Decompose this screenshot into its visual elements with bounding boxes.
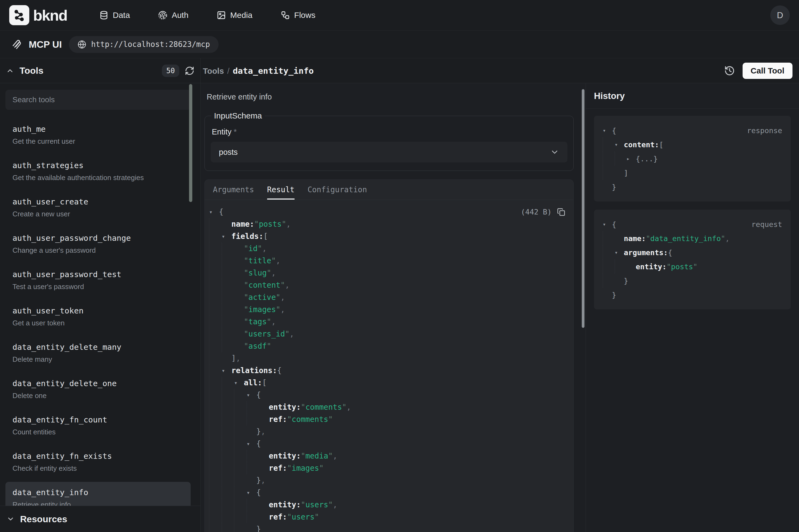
expand-toggle-icon[interactable]: ▾ bbox=[234, 380, 244, 386]
indent-guide bbox=[222, 389, 234, 401]
json-line: "asdf" bbox=[209, 340, 565, 352]
json-key: entity: bbox=[269, 452, 301, 460]
tool-item-data_entity_fn_count[interactable]: data_entity_fn_countCount entities bbox=[5, 409, 191, 442]
refresh-icon[interactable] bbox=[185, 66, 194, 76]
tool-item-auth_strategies[interactable]: auth_strategiesGet the available authent… bbox=[5, 155, 191, 188]
user-avatar[interactable]: D bbox=[770, 5, 790, 25]
indent-guide bbox=[222, 474, 234, 487]
tool-name: auth_user_password_test bbox=[13, 270, 184, 279]
brand-name: bknd bbox=[33, 6, 67, 24]
json-punctuation: , bbox=[333, 452, 337, 460]
indent-guide bbox=[234, 462, 247, 474]
expand-toggle-icon[interactable]: ▾ bbox=[222, 367, 231, 374]
input-schema-fieldset: InputSchema Entity * posts bbox=[205, 111, 574, 171]
tool-name: auth_user_password_change bbox=[13, 233, 184, 243]
indent-guide bbox=[614, 152, 627, 166]
tool-item-data_entity_fn_exists[interactable]: data_entity_fn_existsCheck if entity exi… bbox=[5, 445, 191, 479]
indent-guide bbox=[234, 474, 247, 487]
json-line: name: "posts", bbox=[209, 218, 565, 230]
json-string-value: users_id bbox=[248, 329, 285, 338]
indent-guide bbox=[222, 328, 234, 340]
indent-guide bbox=[234, 389, 247, 401]
indent-guide bbox=[209, 328, 222, 340]
indent-guide bbox=[247, 413, 259, 425]
indent-guide bbox=[222, 242, 234, 254]
json-key: name: bbox=[624, 234, 646, 243]
expand-toggle-icon[interactable]: ▾ bbox=[247, 441, 256, 447]
tool-item-auth_user_password_change[interactable]: auth_user_password_changeChange a user's… bbox=[5, 228, 191, 261]
indent-guide bbox=[209, 242, 222, 254]
tab-configuration[interactable]: Configuration bbox=[308, 180, 367, 200]
expand-toggle-icon[interactable]: ▾ bbox=[603, 127, 612, 134]
json-string-value: comments bbox=[305, 403, 342, 412]
nav-item-data[interactable]: Data bbox=[99, 11, 130, 20]
breadcrumb-current: data_entity_info bbox=[233, 66, 314, 76]
expand-toggle-icon[interactable]: ▸ bbox=[627, 155, 636, 162]
entity-select[interactable]: posts bbox=[211, 142, 567, 163]
indent-guide bbox=[234, 499, 247, 511]
expand-toggle-icon[interactable]: ▾ bbox=[247, 490, 256, 496]
indent-guide bbox=[234, 450, 247, 462]
indent-guide bbox=[603, 273, 614, 288]
json-punctuation: [ bbox=[262, 378, 267, 387]
entity-select-value: posts bbox=[219, 148, 237, 157]
json-line: } bbox=[603, 180, 782, 194]
history-card-response[interactable]: ▾{response▾content: [▸{...}]} bbox=[594, 116, 791, 202]
nav-item-auth[interactable]: Auth bbox=[158, 11, 189, 20]
indent-guide bbox=[222, 425, 234, 438]
main-scrollbar-thumb[interactable] bbox=[582, 89, 585, 328]
tool-item-data_entity_delete_one[interactable]: data_entity_delete_oneDelete one bbox=[5, 373, 191, 406]
expand-toggle-icon[interactable]: ▾ bbox=[247, 392, 256, 398]
json-line: ], bbox=[209, 352, 565, 364]
tool-item-auth_user_create[interactable]: auth_user_createCreate a new user bbox=[5, 191, 191, 224]
tool-item-auth_user_password_test[interactable]: auth_user_password_testTest a user's pas… bbox=[5, 264, 191, 297]
copy-icon[interactable] bbox=[557, 208, 565, 216]
json-line: "active", bbox=[209, 291, 565, 303]
nav-item-media[interactable]: Media bbox=[217, 11, 252, 20]
sidebar-scrollbar-thumb[interactable] bbox=[189, 84, 192, 202]
history-icon[interactable] bbox=[724, 65, 735, 76]
brand[interactable]: bknd bbox=[9, 5, 67, 25]
call-tool-button[interactable]: Call Tool bbox=[743, 63, 793, 79]
tool-name: data_entity_delete_one bbox=[13, 379, 184, 388]
history-card-request[interactable]: ▾{requestname: "data_entity_info",▾argum… bbox=[594, 210, 791, 309]
tools-list: Search tools auth_meGet the current user… bbox=[0, 83, 201, 506]
tab-result[interactable]: Result bbox=[267, 180, 294, 200]
json-line: ▾arguments: { bbox=[603, 245, 782, 260]
expand-toggle-icon[interactable]: ▾ bbox=[209, 209, 219, 215]
nav-item-flows[interactable]: Flows bbox=[281, 11, 316, 20]
indent-guide bbox=[209, 316, 222, 328]
indent-guide bbox=[234, 401, 247, 413]
json-punctuation: } bbox=[256, 525, 261, 532]
expand-toggle-icon[interactable]: ▾ bbox=[222, 233, 231, 240]
json-line: ▾{request bbox=[603, 217, 782, 231]
indent-guide bbox=[209, 474, 222, 487]
tab-arguments[interactable]: Arguments bbox=[213, 180, 254, 200]
indent-guide bbox=[247, 462, 259, 474]
json-punctuation: , bbox=[347, 403, 351, 412]
breadcrumb-tools[interactable]: Tools bbox=[203, 66, 224, 76]
json-string-value: data_entity_info bbox=[650, 234, 721, 243]
json-key: fields: bbox=[231, 232, 263, 241]
tool-item-data_entity_delete_many[interactable]: data_entity_delete_manyDelete many bbox=[5, 337, 191, 369]
mcp-url-pill[interactable]: http://localhost:28623/mcp bbox=[69, 36, 218, 53]
expand-toggle-icon[interactable]: ▾ bbox=[614, 249, 624, 256]
expand-toggle-icon[interactable]: ▾ bbox=[603, 221, 612, 228]
search-input[interactable]: Search tools bbox=[5, 90, 191, 110]
tool-item-auth_me[interactable]: auth_meGet the current user bbox=[5, 118, 191, 152]
result-card: ArgumentsResultConfiguration ▾{(442 B)na… bbox=[205, 179, 574, 532]
indent-guide bbox=[209, 291, 222, 303]
chevron-down-icon bbox=[550, 148, 559, 157]
bknd-logo-icon bbox=[9, 5, 29, 25]
tool-item-data_entity_info[interactable]: data_entity_infoRetrieve entity info bbox=[5, 482, 191, 506]
resources-section-header[interactable]: Resources bbox=[0, 506, 201, 532]
json-punctuation: , bbox=[261, 476, 266, 485]
json-punctuation: , bbox=[276, 256, 281, 265]
tool-description: Get a user token bbox=[13, 319, 184, 327]
indent-guide bbox=[234, 425, 247, 438]
tool-item-auth_user_token[interactable]: auth_user_tokenGet a user token bbox=[5, 300, 191, 333]
tools-section-header[interactable]: Tools 50 bbox=[0, 58, 201, 83]
tool-description: Delete one bbox=[13, 392, 184, 400]
expand-toggle-icon[interactable]: ▾ bbox=[614, 141, 624, 148]
json-line: ▾{(442 B) bbox=[209, 206, 565, 218]
